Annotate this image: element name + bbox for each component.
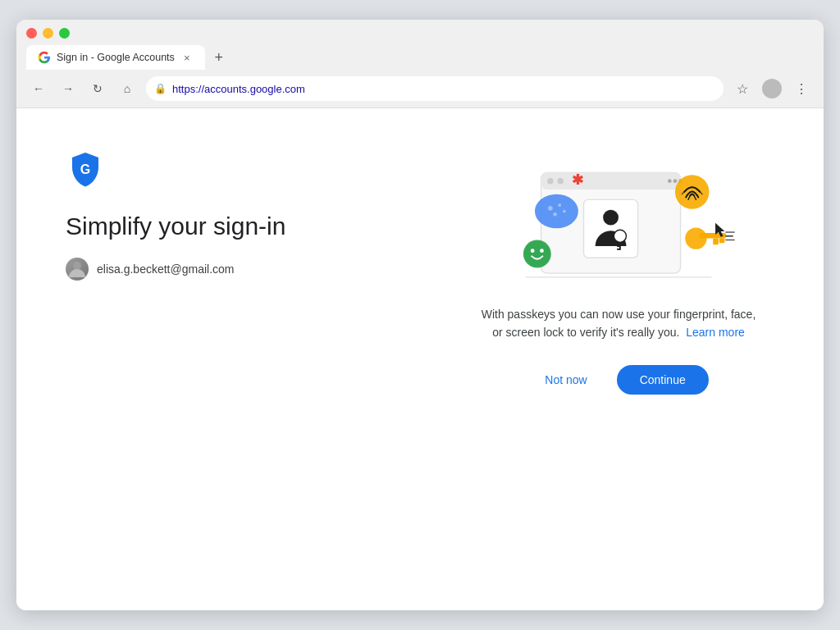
svg-point-6	[668, 179, 672, 183]
profile-button[interactable]	[761, 78, 783, 99]
svg-rect-9	[584, 199, 638, 258]
svg-point-5	[557, 178, 564, 185]
passkey-illustration: ✱	[487, 149, 750, 289]
right-panel: ✱ With passkeys you can now use your fin…	[463, 149, 774, 395]
page-content: G Simplify your sign-in elisa.g.beckett@…	[16, 108, 824, 610]
traffic-lights	[26, 28, 814, 39]
minimize-window-button[interactable]	[43, 28, 53, 39]
svg-point-10	[603, 210, 619, 226]
address-field-wrap: 🔒	[146, 76, 724, 101]
tab-favicon-icon	[38, 51, 51, 64]
action-buttons: Not now Continue	[528, 365, 708, 395]
address-input[interactable]	[146, 76, 724, 101]
maximize-window-button[interactable]	[59, 28, 70, 39]
address-bar: ← → ↻ ⌂ 🔒 ☆ ⋮	[16, 70, 824, 108]
svg-point-20	[548, 206, 553, 211]
continue-button[interactable]: Continue	[617, 365, 709, 395]
description-text: With passkeys you can now use your finge…	[479, 305, 758, 342]
user-avatar	[66, 258, 89, 281]
svg-rect-18	[713, 239, 719, 245]
svg-point-23	[563, 210, 566, 213]
page-title: Simplify your sign-in	[66, 212, 430, 241]
active-tab[interactable]: Sign in - Google Accounts ×	[26, 45, 205, 70]
svg-point-22	[553, 212, 557, 217]
svg-point-19	[535, 194, 578, 229]
reload-button[interactable]: ↻	[87, 78, 108, 99]
menu-button[interactable]: ⋮	[791, 78, 812, 99]
user-info: elisa.g.beckett@gmail.com	[66, 258, 430, 281]
close-tab-button[interactable]: ×	[180, 51, 194, 64]
user-email-label: elisa.g.beckett@gmail.com	[97, 262, 235, 276]
forward-button[interactable]: →	[57, 78, 79, 99]
svg-point-21	[558, 203, 561, 207]
tab-title-text: Sign in - Google Accounts	[57, 52, 175, 63]
svg-point-11	[614, 230, 626, 242]
back-button[interactable]: ←	[28, 78, 49, 99]
home-button[interactable]: ⌂	[116, 78, 138, 99]
bookmark-button[interactable]: ☆	[732, 78, 753, 99]
learn-more-link[interactable]: Learn more	[686, 326, 745, 339]
tab-bar: Sign in - Google Accounts × +	[26, 45, 814, 70]
svg-point-7	[673, 179, 678, 183]
user-avatar-image	[66, 258, 89, 281]
svg-rect-17	[719, 239, 725, 244]
profile-avatar	[762, 79, 782, 98]
left-panel: G Simplify your sign-in elisa.g.beckett@…	[66, 149, 463, 281]
svg-point-27	[540, 249, 544, 253]
title-bar: Sign in - Google Accounts × +	[16, 20, 824, 70]
svg-text:G: G	[80, 162, 90, 176]
new-tab-button[interactable]: +	[207, 45, 231, 70]
lock-icon: 🔒	[154, 83, 167, 94]
svg-point-4	[547, 178, 554, 185]
google-shield-icon: G	[66, 149, 105, 189]
svg-text:✱: ✱	[572, 172, 583, 188]
svg-point-1	[73, 262, 81, 270]
browser-window: Sign in - Google Accounts × + ← → ↻ ⌂ 🔒 …	[16, 20, 824, 610]
close-window-button[interactable]	[26, 28, 37, 39]
not-now-button[interactable]: Not now	[528, 365, 603, 395]
svg-point-26	[531, 249, 535, 253]
svg-point-25	[524, 240, 550, 267]
